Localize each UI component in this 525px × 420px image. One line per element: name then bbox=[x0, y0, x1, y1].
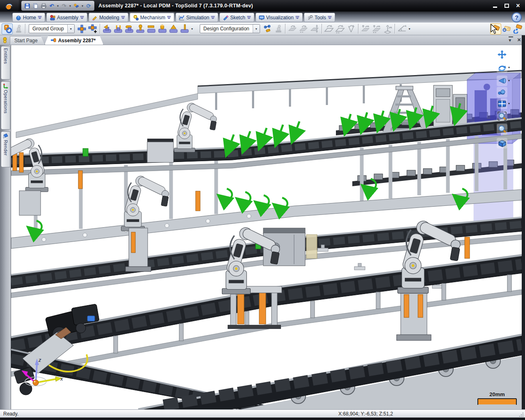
chevron-down-icon[interactable]: ▾ bbox=[67, 25, 74, 33]
maximize-button[interactable] bbox=[502, 2, 511, 9]
kinematics-scenario-button[interactable] bbox=[262, 23, 273, 34]
move-plane-button[interactable] bbox=[360, 23, 371, 34]
cylindrical-joint-button[interactable] bbox=[157, 23, 168, 34]
measure-angle-button[interactable] bbox=[397, 23, 408, 34]
robot-5-pedestal[interactable] bbox=[397, 290, 431, 340]
orbit-icon[interactable] bbox=[497, 87, 507, 98]
viewports-layout-icon[interactable] bbox=[497, 98, 507, 109]
assembly-icon bbox=[50, 15, 55, 21]
side-tab-operations[interactable]: Operations bbox=[1, 81, 10, 130]
save-icon[interactable] bbox=[23, 2, 31, 9]
tab-assembly-2287[interactable]: Assembly 2287* bbox=[45, 36, 103, 45]
side-tab-render[interactable]: Render bbox=[1, 131, 10, 167]
tab-home[interactable]: Home bbox=[12, 13, 45, 22]
status-message: Ready. bbox=[3, 411, 18, 417]
viewports-dropdown-icon[interactable]: ▾ bbox=[508, 102, 510, 105]
cone-joint-button[interactable] bbox=[168, 23, 179, 34]
close-button[interactable]: × bbox=[514, 2, 523, 9]
license-dropdown-icon[interactable]: ▾ bbox=[81, 4, 84, 8]
translate-plane-button[interactable] bbox=[287, 23, 298, 34]
tab-expand-icon bbox=[80, 16, 84, 19]
simulation-icon bbox=[179, 15, 185, 21]
tab-expand-icon bbox=[38, 16, 42, 19]
ball-joint-button[interactable] bbox=[135, 23, 146, 34]
add-rigid-group-button[interactable] bbox=[87, 23, 98, 34]
pin-joint-button[interactable] bbox=[179, 23, 190, 34]
main-area: Entities Operations Render bbox=[0, 45, 525, 409]
tag-link-button[interactable] bbox=[501, 23, 512, 34]
ground-group-select[interactable]: Ground Group ▾ bbox=[29, 24, 75, 33]
measure-more-dropdown-icon[interactable]: ▾ bbox=[408, 27, 411, 31]
translate-axis-button[interactable] bbox=[298, 23, 309, 34]
tab-tools[interactable]: Tools bbox=[304, 13, 335, 22]
planar-joint-button[interactable] bbox=[146, 23, 157, 34]
move-free-button[interactable] bbox=[382, 23, 393, 34]
move-axis-button[interactable] bbox=[371, 23, 382, 34]
tab-simulation[interactable]: Simulation bbox=[176, 13, 218, 22]
cursor-coordinates: X:68,904; Y:-6,53; Z:51,2 bbox=[338, 411, 393, 417]
zoom-icon[interactable] bbox=[497, 124, 507, 135]
help-button[interactable]: ? bbox=[511, 12, 522, 23]
mechanism-icon bbox=[133, 15, 139, 21]
redo-dropdown-icon[interactable]: ▾ bbox=[68, 4, 72, 8]
view-direction-icon[interactable] bbox=[497, 75, 507, 86]
refresh-icon[interactable]: ⟳ bbox=[85, 2, 92, 9]
axis-z-label: z bbox=[38, 357, 41, 363]
undo-icon[interactable]: ↶ bbox=[48, 2, 55, 9]
rotate-plane-button[interactable] bbox=[324, 23, 335, 34]
chevron-down-icon[interactable]: ▾ bbox=[253, 25, 260, 33]
tab-mechanism[interactable]: Mechanism bbox=[130, 13, 174, 22]
toolbar-separator bbox=[100, 24, 100, 34]
tab-visualization[interactable]: Visualization bbox=[256, 13, 303, 22]
quick-access-toolbar: ↶ ▾ ↷ ▾ ▾ ⟳ bbox=[21, 1, 94, 11]
resize-grip-icon[interactable] bbox=[519, 412, 524, 417]
robot-2-pedestal[interactable] bbox=[126, 228, 151, 272]
tab-modeling[interactable]: Modeling bbox=[89, 13, 128, 22]
tag-mechanism-button[interactable] bbox=[512, 23, 523, 34]
modeling-icon bbox=[92, 15, 98, 21]
translate-free-button[interactable] bbox=[309, 23, 320, 34]
tab-start-page[interactable]: Start Page bbox=[10, 36, 45, 45]
hinge-joint-button[interactable] bbox=[113, 23, 124, 34]
toolbar-separator bbox=[395, 24, 395, 34]
side-tab-entities[interactable]: Entities bbox=[1, 46, 10, 80]
robot-1-pedestal[interactable] bbox=[19, 191, 41, 215]
slider-joint-button[interactable] bbox=[124, 23, 135, 34]
tab-expand-icon bbox=[167, 16, 171, 19]
3d-viewport[interactable]: y z x 20mm bbox=[11, 45, 522, 409]
rotate-axis-button[interactable] bbox=[335, 23, 346, 34]
copy-icon[interactable] bbox=[32, 2, 39, 9]
pan-icon[interactable] bbox=[497, 49, 507, 60]
rotate-free-button[interactable] bbox=[346, 23, 357, 34]
tab-expand-icon bbox=[295, 16, 299, 19]
status-bar: Ready. X:68,904; Y:-6,53; Z:51,2 bbox=[0, 409, 525, 418]
robot-kinematics-button[interactable] bbox=[273, 23, 284, 34]
side-panel-strip: Entities Operations Render bbox=[0, 45, 11, 409]
mechanism-mode-button[interactable] bbox=[2, 23, 13, 34]
topsolid-window: ↶ ▾ ↷ ▾ ▾ ⟳ Assembly 2287* - Local PDM -… bbox=[0, 0, 525, 420]
undo-dropdown-icon[interactable]: ▾ bbox=[56, 4, 59, 8]
rigid-group-button[interactable] bbox=[76, 23, 87, 34]
joints-more-dropdown-icon[interactable]: ▾ bbox=[190, 27, 194, 31]
print-icon[interactable] bbox=[40, 2, 47, 9]
view-direction-dropdown-icon[interactable]: ▾ bbox=[508, 79, 510, 82]
toolbar-separator bbox=[285, 24, 286, 34]
close-document-icon[interactable]: × bbox=[517, 37, 521, 43]
toolbar-separator bbox=[358, 24, 359, 34]
isometric-view-icon[interactable] bbox=[497, 138, 507, 148]
design-configuration-select[interactable]: Design Configuration ▾ bbox=[200, 24, 260, 33]
tab-assembly[interactable]: Assembly bbox=[46, 13, 87, 22]
topsolid-logo-icon[interactable] bbox=[0, 0, 19, 11]
zoom-window-icon[interactable] bbox=[497, 111, 507, 121]
minimize-button[interactable] bbox=[491, 2, 500, 9]
document-tab-bar: Start Page Assembly 2287* ▾ × bbox=[0, 35, 525, 45]
license-icon[interactable] bbox=[73, 2, 80, 9]
pivot-joint-button[interactable] bbox=[102, 23, 113, 34]
rotate-view-dropdown-icon[interactable]: ▾ bbox=[508, 66, 510, 69]
ribbon-tab-bar: Home Assembly Modeling Mechanism Simulat… bbox=[0, 11, 525, 23]
tab-list-dropdown-icon[interactable]: ▾ bbox=[509, 37, 513, 43]
redo-icon[interactable]: ↷ bbox=[60, 2, 68, 9]
tab-sketch[interactable]: Sketch bbox=[219, 13, 254, 22]
simulate-robot-button[interactable] bbox=[13, 23, 24, 34]
rotate-view-icon[interactable] bbox=[497, 62, 507, 73]
